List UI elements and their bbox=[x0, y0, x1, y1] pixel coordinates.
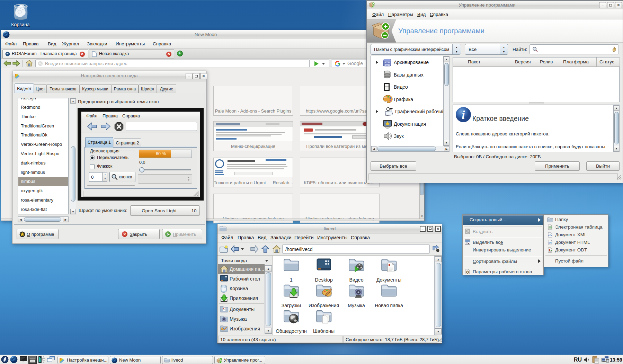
svg-text:i: i bbox=[462, 108, 465, 121]
svg-text:</>: </> bbox=[548, 234, 552, 237]
svg-text:x: x bbox=[468, 242, 470, 245]
svg-text:</>: </> bbox=[548, 241, 552, 245]
